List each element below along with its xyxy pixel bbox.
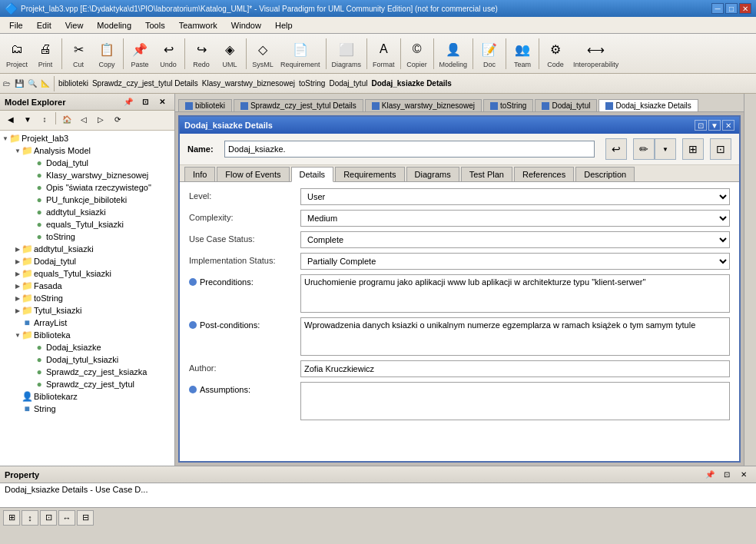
menu-item-edit[interactable]: Edit <box>31 19 58 32</box>
toolbar-btn-modeling[interactable]: 👤Modeling <box>436 37 471 70</box>
detail-close-button[interactable]: ✕ <box>722 120 734 131</box>
maximize-button[interactable]: □ <box>725 3 738 14</box>
close-button[interactable]: ✕ <box>739 3 751 14</box>
tree-item[interactable]: ● PU_funkcje_bibiloteki <box>0 194 174 206</box>
name-input[interactable] <box>224 141 595 158</box>
window-controls[interactable]: ─ □ ✕ <box>711 3 751 14</box>
dialog-tab-flow-of-events[interactable]: Flow of Events <box>217 167 289 181</box>
toolbar-btn-project[interactable]: 🗂Project <box>3 37 31 70</box>
right-scrollbar[interactable] <box>744 94 756 466</box>
tree-item[interactable]: ▼ 📁 Biblioteka <box>0 329 174 341</box>
menu-item-teamwork[interactable]: Teamwork <box>173 19 224 32</box>
doc-tab-klasy_warstwy_biznesowej[interactable]: Klasy_warstwy_biznesowej <box>365 99 482 111</box>
toolbar-btn-paste[interactable]: 📌Paste <box>126 37 154 70</box>
tree-item[interactable]: ■ ArrayList <box>0 317 174 329</box>
tree-item[interactable]: ● Sprawdz_czy_jest_tytul <box>0 378 174 390</box>
toolbar-btn-uml[interactable]: ◈UML <box>216 37 244 70</box>
tree-toggle[interactable]: ▶ <box>14 306 22 315</box>
tree-item[interactable]: ● addtytul_ksiazki <box>0 206 174 218</box>
doc-tab-tostring[interactable]: toString <box>483 99 533 111</box>
tree-item[interactable]: ▶ 📁 equals_Tytul_ksiazki <box>0 267 174 280</box>
bottom-toolbar-button[interactable]: ↕ <box>22 510 38 526</box>
menu-item-window[interactable]: Window <box>225 19 267 32</box>
tree-item[interactable]: ■ String <box>0 403 174 415</box>
doc-tab-dodaj_ksiazke-details[interactable]: Dodaj_ksiazke Details <box>598 99 698 112</box>
detail-restore-button[interactable]: ⊡ <box>695 120 707 131</box>
name-action-button-4[interactable]: ⊡ <box>710 138 731 160</box>
assumptions-textarea[interactable] <box>300 382 730 420</box>
tree-item[interactable]: ▼ 📁 Projekt_lab3 <box>0 132 174 144</box>
explorer-float-button[interactable]: ⊡ <box>138 95 153 109</box>
toolbar-btn-redo[interactable]: ↪Redo <box>187 37 215 70</box>
detail-window-controls[interactable]: ⊡ ▼ ✕ <box>695 120 734 131</box>
level-select[interactable]: UserSummarySubfunctionVery Low <box>300 188 730 205</box>
dialog-tab-diagrams[interactable]: Diagrams <box>406 167 459 181</box>
tree-item[interactable]: ● Klasy_warstwy_biznesowej <box>0 169 174 181</box>
tree-item[interactable]: 👤 Bibliotekarz <box>0 390 174 403</box>
doc-tab-sprawdz_czy_jest_tytul-details[interactable]: Sprawdz_czy_jest_tytul Details <box>234 99 363 111</box>
dialog-tab-test-plan[interactable]: Test Plan <box>461 167 512 181</box>
bottom-toolbar-button[interactable]: ⊟ <box>77 510 94 526</box>
toolbar-btn-sysml[interactable]: ◇SysML <box>249 37 277 70</box>
dialog-tabs[interactable]: InfoFlow of EventsDetailsRequirementsDia… <box>180 165 739 182</box>
author-input[interactable] <box>300 360 730 377</box>
complexity-select[interactable]: LowMediumHigh <box>300 210 730 227</box>
property-float-button[interactable]: ⊡ <box>719 468 734 482</box>
toolbar-btn-requirement[interactable]: 📄Requirement <box>277 37 323 70</box>
property-bar-controls[interactable]: 📌 ⊡ ✕ <box>702 468 751 482</box>
tree-toggle[interactable]: ▶ <box>14 281 22 290</box>
detail-dropdown-button[interactable]: ▼ <box>708 120 721 131</box>
tree-item[interactable]: ▶ 📁 Tytul_ksiazki <box>0 304 174 317</box>
explorer-next-button[interactable]: ▷ <box>93 112 108 126</box>
tree-toggle[interactable]: ▶ <box>14 257 22 266</box>
minimize-button[interactable]: ─ <box>711 3 724 14</box>
toolbar-btn-format[interactable]: AFormat <box>370 37 398 70</box>
tree-item[interactable]: ● Dodaj_tytul_ksiazki <box>0 353 174 366</box>
explorer-prev-button[interactable]: ◁ <box>76 112 91 126</box>
tree-toggle[interactable]: ▶ <box>14 294 22 303</box>
menu-item-modeling[interactable]: Modeling <box>91 19 138 32</box>
tree-toggle[interactable]: ▼ <box>2 134 9 143</box>
menu-item-tools[interactable]: Tools <box>139 19 171 32</box>
explorer-pin-button[interactable]: 📌 <box>121 95 136 109</box>
bottom-toolbar-button[interactable]: ⊞ <box>3 510 20 526</box>
explorer-refresh-button[interactable]: ⟳ <box>110 112 125 126</box>
dialog-tab-details[interactable]: Details <box>291 167 334 182</box>
tree-item[interactable]: ● Opis "świata rzeczywistego" <box>0 181 174 194</box>
explorer-close-button[interactable]: ✕ <box>154 95 170 109</box>
implementation-status-select[interactable]: Not ApplicableProposedIdentifiedIn Progr… <box>300 253 730 270</box>
tree-item[interactable]: ● toString <box>0 231 174 243</box>
tree-toggle[interactable]: ▼ <box>14 146 22 155</box>
dialog-tab-description[interactable]: Description <box>575 167 635 181</box>
toolbar-btn-copier[interactable]: ©Copier <box>403 37 431 70</box>
toolbar-btn-team[interactable]: 👥Team <box>509 37 536 70</box>
property-close-button[interactable]: ✕ <box>736 468 751 482</box>
post-conditions-textarea[interactable] <box>300 317 730 356</box>
tree-toggle[interactable]: ▶ <box>14 244 22 254</box>
explorer-home-button[interactable]: 🏠 <box>59 112 75 126</box>
tree-item[interactable]: ▶ 📁 Dodaj_tytul <box>0 255 174 267</box>
toolbar-btn-cut[interactable]: ✂Cut <box>65 37 92 70</box>
toolbar-btn-copy[interactable]: 📋Copy <box>93 37 121 70</box>
tree-item[interactable]: ● Sprawdz_czy_jest_ksiazka <box>0 366 174 378</box>
tree-toggle[interactable]: ▶ <box>14 269 22 278</box>
name-action-button-3[interactable]: ⊞ <box>682 138 704 160</box>
tree-item[interactable]: ● Dodaj_ksiazke <box>0 341 174 353</box>
toolbar-btn-undo[interactable]: ↩Undo <box>154 37 182 70</box>
explorer-dropdown-button[interactable]: ▼ <box>20 112 35 126</box>
tree-item[interactable]: ● equals_Tytul_ksiazki <box>0 218 174 231</box>
tree-item[interactable]: ▶ 📁 Fasada <box>0 280 174 292</box>
bottom-toolbar-button[interactable]: ⊡ <box>40 510 57 526</box>
toolbar-btn-code[interactable]: ⚙Code <box>542 37 569 70</box>
name-action-button-1[interactable]: ↩ <box>605 138 627 160</box>
toolbar-btn-doc[interactable]: 📝Doc <box>476 37 503 70</box>
menu-item-view[interactable]: View <box>59 19 90 32</box>
toolbar-btn-interoperability[interactable]: ⟷Interoperability <box>570 37 622 70</box>
property-pin-button[interactable]: 📌 <box>702 468 718 482</box>
doc-tab-dodaj_tytul[interactable]: Dodaj_tytul <box>535 99 597 111</box>
preconditions-textarea[interactable] <box>300 274 730 313</box>
doc-tab-bar[interactable]: bibliotekiSprawdz_czy_jest_tytul Details… <box>175 94 744 112</box>
tree-item[interactable]: ● Dodaj_tytul <box>0 157 174 169</box>
explorer-sort-button[interactable]: ↕ <box>37 112 52 126</box>
dialog-tab-requirements[interactable]: Requirements <box>335 167 404 181</box>
